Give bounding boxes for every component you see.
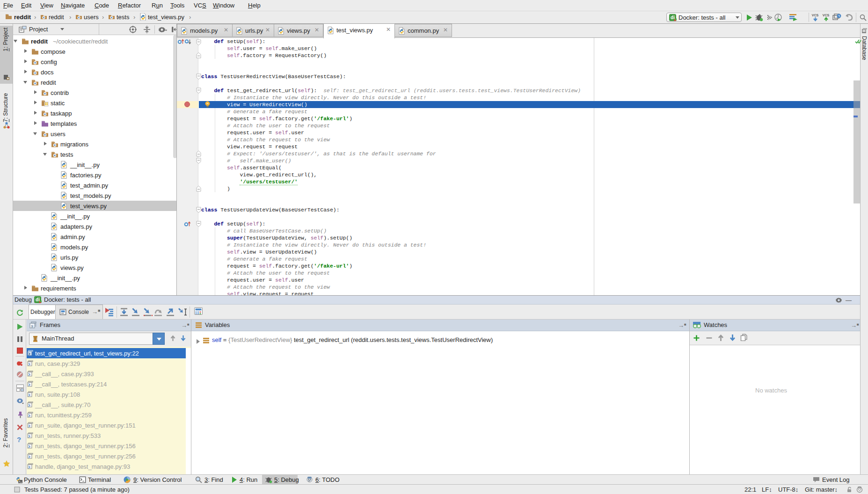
svg-text:VCS: VCS — [823, 14, 830, 17]
svg-text:VCS: VCS — [812, 14, 819, 17]
svg-text:di: di — [671, 15, 675, 20]
